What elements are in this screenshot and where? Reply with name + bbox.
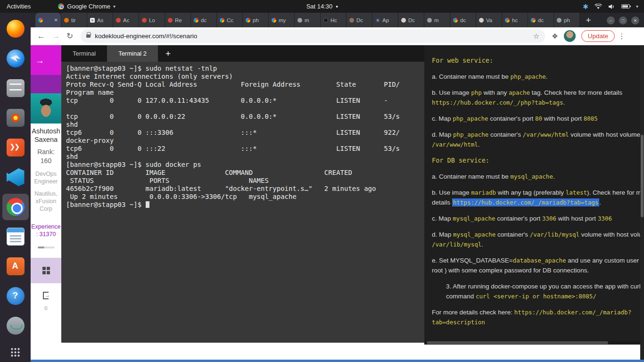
tab-title: ph <box>253 17 259 23</box>
profile-rank: Rank: 160 <box>31 148 61 165</box>
carousel-indicator[interactable] <box>38 247 55 248</box>
browser-tab[interactable]: m <box>424 13 450 27</box>
inline-code: latest <box>566 189 587 196</box>
browser-tab[interactable]: ph <box>243 13 269 27</box>
terminal-output[interactable]: [banner@stapp03 ~]$ sudo netstat -tnlp A… <box>66 65 424 209</box>
browser-tab[interactable]: Re <box>165 13 191 27</box>
close-icon[interactable]: ✕ <box>631 16 639 25</box>
dock-item-amazon[interactable] <box>2 313 29 339</box>
forward-icon[interactable]: → <box>52 32 60 41</box>
tab-title: dc <box>201 17 206 23</box>
instruction-paragraph: For more details check here: https://hub… <box>432 308 640 328</box>
tab-title: hc <box>512 17 518 23</box>
dock-item-writer[interactable] <box>2 223 29 250</box>
tab-title: As <box>97 17 103 23</box>
instruction-text: . <box>546 73 548 80</box>
show-applications-icon[interactable] <box>10 347 20 357</box>
minimize-icon[interactable]: – <box>607 16 615 25</box>
browser-tab[interactable]: Cc <box>217 13 243 27</box>
instruction-link[interactable]: https://hub.docker.com/_/php?tab=tags <box>432 99 563 106</box>
activities-button[interactable]: Activities <box>7 3 31 10</box>
reload-icon[interactable]: ↻ <box>66 31 73 41</box>
dock-item-impress[interactable] <box>2 134 29 161</box>
browser-tab[interactable]: Lo <box>139 13 165 27</box>
update-button[interactable]: Update <box>581 30 615 42</box>
dock-item-rhythmbox[interactable] <box>2 105 29 131</box>
bookmark-star-icon[interactable]: ☆ <box>533 32 539 41</box>
instruction-paragraph: b. Use image mariadb with any tag (prefe… <box>432 188 640 208</box>
new-tab-button[interactable]: + <box>582 14 595 27</box>
browser-tab[interactable]: Dc <box>347 13 372 27</box>
back-icon[interactable]: ← <box>37 32 45 41</box>
instruction-text: with host port <box>542 115 584 122</box>
vertical-scrollbar[interactable] <box>640 45 644 362</box>
terminal-tab[interactable]: Terminal <box>61 45 107 62</box>
menu-kebab-icon[interactable]: ⋮ <box>618 32 625 41</box>
extensions-icon[interactable]: ❖ <box>552 32 558 41</box>
browser-tab[interactable]: Dc <box>398 13 424 27</box>
address-bar[interactable]: kodekloud-engineer.com/#!/scenario ☆ <box>81 29 545 43</box>
browser-tab[interactable]: ✳Ap <box>372 13 398 27</box>
browser-tab[interactable]: ≡As <box>87 13 113 27</box>
terminal-tabbar: TerminalTerminal 2 + <box>61 45 424 62</box>
browser-tabs: ✕tir≡AsAcLoRedcCcphmymHcDc✳ApDcmdcVahcdc… <box>35 13 580 27</box>
browser-tab[interactable]: hc <box>502 13 528 27</box>
tab-close-icon[interactable]: ✕ <box>54 17 58 23</box>
browser-tab[interactable]: dc <box>450 13 476 27</box>
google-favicon-icon <box>220 18 224 23</box>
browser-tab-active[interactable]: ✕ <box>35 13 61 27</box>
browser-tab[interactable]: dc <box>191 13 217 27</box>
browser-tab[interactable]: m <box>295 13 321 27</box>
browser-tab[interactable]: Ac <box>113 13 139 27</box>
expand-arrow-icon[interactable]: → <box>35 56 44 66</box>
browser-tab[interactable]: tir <box>61 13 87 27</box>
section-heading: For web service: <box>432 57 493 64</box>
browser-tab[interactable]: dc <box>528 13 554 27</box>
system-tray[interactable]: ✱ ▾ <box>583 3 638 10</box>
terminal-new-tab-button[interactable]: + <box>158 45 178 62</box>
instruction-paragraph: d. Map mysql_apache container's /var/lib… <box>432 230 640 250</box>
instruction-text: container's port <box>488 115 535 122</box>
maximize-icon[interactable]: □ <box>619 16 627 25</box>
page-content: → Ashutosh Saxena Rank: 160 DevOps Engin… <box>31 45 644 362</box>
profile-experience: Experience: 31370 <box>31 223 61 238</box>
browser-tab[interactable]: ph <box>554 13 580 27</box>
terminal-cursor <box>146 201 149 208</box>
tab-title: m <box>434 17 439 23</box>
dock-item-vscode[interactable] <box>2 164 29 190</box>
browser-tab[interactable]: Hc <box>321 13 347 27</box>
vertical-scrollbar-thumb[interactable] <box>641 135 644 217</box>
dock-item-files[interactable] <box>2 75 29 101</box>
profile-avatar[interactable] <box>564 30 576 42</box>
instruction-paragraph: b. Use image php with any apache tag. Ch… <box>432 88 640 108</box>
gray-favicon-icon <box>297 18 302 23</box>
dashboard-button[interactable] <box>31 258 61 283</box>
help-icon <box>7 287 25 305</box>
dock-item-thunderbird[interactable] <box>2 45 29 72</box>
dock-item-chrome[interactable] <box>2 194 29 220</box>
sign-out-button[interactable] <box>31 292 61 299</box>
clock[interactable]: Sat 14:30 <box>306 3 338 10</box>
instruction-text: volume with host volume <box>579 231 640 238</box>
horizontal-scrollbar[interactable] <box>424 341 640 345</box>
selected-link[interactable]: https://hub.docker.com/_/mariadb?tab=tag… <box>452 198 600 206</box>
instruction-text: a. Container name must be <box>432 173 511 180</box>
instruction-text: . <box>563 99 565 106</box>
inline-code: mysql_apache <box>453 231 495 238</box>
horizontal-scrollbar-thumb[interactable] <box>427 341 608 344</box>
dock-item-help[interactable] <box>2 283 29 309</box>
dock-item-firefox[interactable] <box>2 16 29 42</box>
instruction-text: . <box>478 141 480 148</box>
settings-tray-icon[interactable]: ✱ <box>583 3 588 10</box>
browser-tab[interactable]: Va <box>476 13 502 27</box>
browser-tab[interactable]: my <box>269 13 295 27</box>
bottom-scrollbar-accent[interactable] <box>31 360 644 362</box>
rank-value: 160 <box>31 156 61 165</box>
inline-code: /var/lib/mysql <box>530 231 579 238</box>
dock-item-software[interactable] <box>2 253 29 280</box>
notification-dot-icon <box>336 6 338 8</box>
gray-favicon-icon <box>557 18 561 23</box>
app-menu[interactable]: Google Chrome ▾ <box>58 3 116 10</box>
terminal-tab-active[interactable]: Terminal 2 <box>107 45 158 62</box>
clock-label: Sat 14:30 <box>306 3 333 10</box>
